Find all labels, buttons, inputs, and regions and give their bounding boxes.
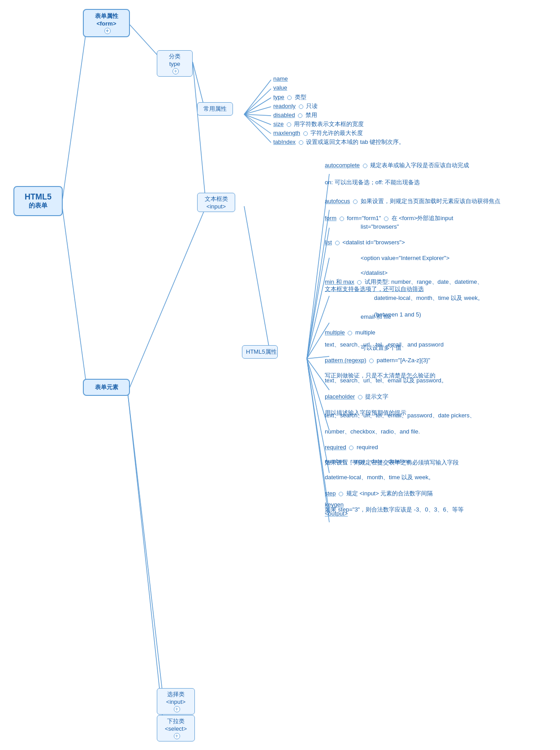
attr-maxlength-desc: 字符允许的最大长度 [310, 130, 363, 136]
list-label-row: list <datalist id="browsers"> [325, 239, 424, 246]
attr-disabled-label: disabled [273, 112, 295, 118]
attr-type-cn: 类型 [295, 94, 306, 100]
pattern-group: text、search、url、tel、email、and password p… [325, 341, 444, 364]
form-attr-expand-icon[interactable]: + [104, 28, 111, 34]
classify-expand-icon[interactable]: + [172, 68, 179, 74]
form-attr-label1: 表单属性 [87, 12, 125, 20]
list-group: list="browsers" list <datalist id="brows… [325, 223, 424, 258]
required-circle [349, 446, 353, 450]
form-text: form [325, 215, 336, 221]
attr-value: value [273, 84, 287, 91]
multiple-val-row: email 和 file [361, 313, 411, 321]
attr-tabindex: tabIndex 设置或返回文本域的 tab 键控制次序。 [273, 138, 405, 146]
svg-line-0 [62, 22, 87, 204]
autocomplete-text: autocomplete [325, 162, 360, 169]
attr-type-label: type [273, 94, 284, 100]
autocomplete-desc2: on: 可以出现备选；off: 不能出现备选 [325, 179, 420, 186]
root-label-line1: HTML5 [18, 192, 58, 202]
pattern-text: pattern (regexp) [325, 357, 366, 364]
svg-line-13 [244, 114, 271, 125]
attr-size: size 用字符数表示文本框的宽度 [273, 120, 364, 128]
svg-line-7 [128, 206, 206, 392]
placeholder-desc1: text、search、url、tel、email 以及 password。 [325, 377, 447, 384]
autocomplete-circle [363, 164, 367, 168]
form-desc: 在 <form>外部追加input [392, 215, 453, 221]
svg-line-4 [193, 62, 206, 206]
form-eq: form="form1" [347, 215, 381, 221]
placeholder-val: 提示文字 [365, 393, 388, 400]
type-circle-icon [287, 95, 292, 100]
svg-line-1 [62, 204, 87, 392]
min-max-desc1b-row: datetime-local、month、time 以及 week。 [374, 294, 532, 302]
multiple-label-row: multiple multiple [325, 329, 375, 336]
attr-tabindex-desc: 设置或返回文本域的 tab 键控制次序。 [306, 139, 405, 145]
svg-line-14 [244, 114, 271, 134]
step-desc1: number、range、date、datetime、 [325, 458, 417, 464]
attr-readonly: readonly 只读 [273, 102, 318, 110]
svg-line-12 [244, 114, 271, 116]
attr-disabled-cn: 禁用 [306, 112, 317, 118]
dropdown-label1: 下拉类 [161, 717, 191, 725]
attr-disabled: disabled 禁用 [273, 111, 317, 119]
multiple-val: email 和 file [361, 313, 391, 320]
attr-name: name [273, 75, 288, 82]
step-label-row: step 规定 <input> 元素的合法数字间隔 [325, 490, 464, 498]
form-elements-node: 表单元素 [83, 379, 130, 396]
dropdown-expand-icon[interactable]: + [174, 733, 180, 739]
step-desc1b: datetime-local、month、time 以及 week。 [325, 474, 434, 481]
readonly-circle-icon [299, 104, 303, 109]
required-desc0: text、search、url、tel、email、password、date … [325, 412, 475, 419]
common-attr-label: 常用属性 [201, 105, 229, 113]
multiple-circle [348, 331, 352, 335]
required-desc0b: number、checkbox、radio、and file. [325, 428, 420, 435]
select-expand-icon[interactable]: + [174, 706, 180, 712]
root-label-line2: 的表单 [18, 202, 58, 210]
select-class-node: 选择类 <input> + [157, 688, 195, 715]
size-circle-icon [287, 122, 291, 127]
autocomplete-desc1: 规定表单或输入字段是否应该自动完成 [370, 162, 469, 169]
required-label-row: required required [325, 444, 475, 451]
attr-type: type 类型 [273, 93, 306, 101]
multiple-group: email 和 file multiple multiple 可以设置多个值 [325, 313, 375, 336]
placeholder-label-row: placeholder 提示文字 [325, 393, 447, 401]
placeholder-circle [358, 395, 362, 399]
attr-maxlength-label: maxlength [273, 130, 300, 136]
min-max-text: min 和 max [325, 278, 354, 285]
form-attr-label2: <form> [87, 20, 125, 27]
list-end-row: </datalist> [361, 269, 460, 276]
root-node: HTML5 的表单 [13, 186, 63, 216]
input-text-node: 文本框类 <input> [197, 193, 235, 212]
multiple-text: multiple [325, 329, 345, 336]
dropdown-node: 下拉类 <select> + [157, 715, 195, 741]
min-max-group: min 和 max 试用类型: number、range、date、dateti… [325, 278, 483, 301]
pattern-val: pattern="[A-Za-z]{3}" [377, 357, 430, 364]
classify-label: 分类 [161, 52, 189, 61]
autofocus-label: autofocus 如果设置，则规定当页面加载时元素应该自动获得焦点 [325, 197, 500, 205]
svg-line-16 [244, 206, 271, 359]
required-text: required [325, 444, 346, 451]
placeholder-desc1-row: text、search、url、tel、email 以及 password。 [325, 377, 447, 385]
maxlength-circle-icon [303, 131, 308, 136]
form-attr-node: 表单属性 <form> + [83, 9, 130, 37]
autofocus-desc: 如果设置，则规定当页面加载时元素应该自动获得焦点 [361, 198, 500, 204]
attr-size-desc: 用字符数表示文本框的宽度 [294, 121, 364, 127]
list-end: </datalist> [361, 269, 388, 276]
form-circle [340, 217, 344, 221]
list-option-row: <option value="Internet Explorer"> [361, 255, 460, 261]
list-datalist: <datalist id="browsers"> [342, 239, 405, 246]
list-circle [335, 241, 340, 245]
placeholder-group: text、search、url、tel、email 以及 password。 p… [325, 377, 447, 401]
select-class-label1: 选择类 [161, 690, 191, 698]
disabled-circle-icon [298, 113, 302, 118]
multiple-val2: multiple [355, 329, 375, 336]
pattern-label-row: pattern (regexp) pattern="[A-Za-z]{3}" [325, 357, 444, 364]
autofocus-text: autofocus [325, 198, 350, 204]
svg-line-8 [244, 80, 271, 114]
svg-line-6 [128, 392, 164, 726]
min-max-desc1b: datetime-local、month、time 以及 week。 [374, 295, 483, 301]
input-text-label2: <input> [201, 203, 231, 210]
tabindex-circle-icon [299, 140, 303, 145]
step-desc1-row: number、range、date、datetime、 [325, 457, 464, 465]
autocomplete-label: autocomplete 规定表单或输入字段是否应该自动完成 [325, 161, 469, 169]
form-circle2 [384, 217, 388, 221]
